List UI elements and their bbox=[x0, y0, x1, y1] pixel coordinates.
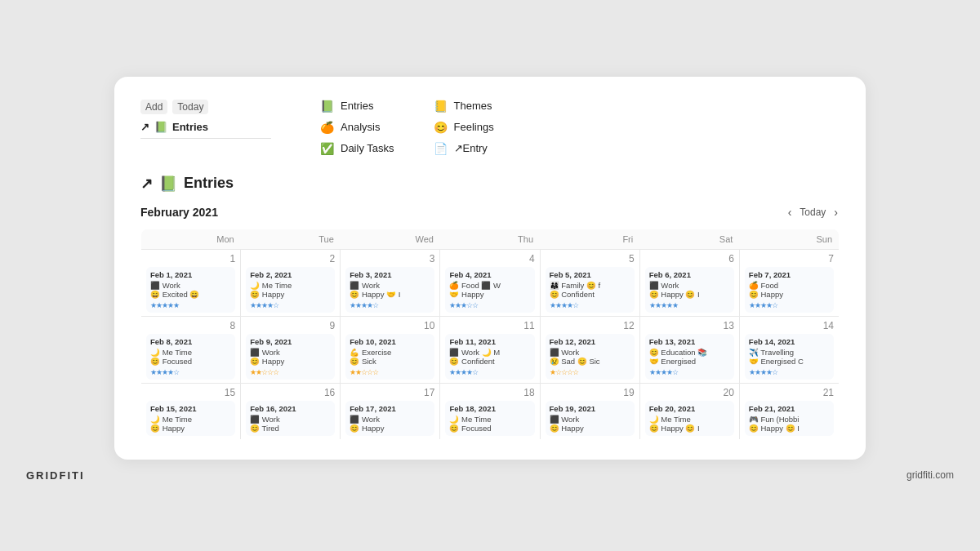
day-number: 21 bbox=[745, 387, 834, 398]
day-card-line: 😊 Education 📚 bbox=[649, 348, 730, 357]
day-card-date: Feb 11, 2021 bbox=[449, 337, 530, 346]
day-card-date: Feb 19, 2021 bbox=[550, 404, 630, 413]
main-card: Add Today ↗ 📗 Entries 📗 Entries 🍊 bbox=[114, 77, 866, 460]
day-number: 7 bbox=[745, 253, 834, 264]
day-card-date: Feb 12, 2021 bbox=[550, 337, 630, 346]
day-card-date: Feb 6, 2021 bbox=[649, 270, 730, 279]
nav-feelings[interactable]: 😊 Feelings bbox=[434, 121, 494, 134]
nav-analysis[interactable]: 🍊 Analysis bbox=[320, 121, 394, 134]
today-button[interactable]: Today bbox=[172, 100, 208, 114]
day-card-line: ✈️ Travelling bbox=[749, 348, 830, 357]
day-number: 14 bbox=[745, 320, 834, 331]
table-row[interactable]: 4Feb 4, 2021🍊 Food ⬛ W🤝 Happy★★★☆☆ bbox=[440, 249, 540, 316]
day-card-date: Feb 10, 2021 bbox=[350, 337, 430, 346]
day-card-line: ⬛ Work 🌙 M bbox=[449, 348, 530, 357]
prev-month-button[interactable]: ‹ bbox=[786, 206, 794, 219]
day-card-line: ⬛ Work bbox=[550, 348, 630, 357]
add-today-bar: Add Today bbox=[140, 100, 271, 114]
day-card-date: Feb 9, 2021 bbox=[250, 337, 331, 346]
day-card-line: 🍊 Food ⬛ W bbox=[449, 281, 530, 290]
add-button[interactable]: Add bbox=[140, 100, 167, 114]
day-card-line: 😊 Tired bbox=[250, 424, 331, 433]
table-row[interactable]: 12Feb 12, 2021⬛ Work😢 Sad 😊 Sic★☆☆☆☆ bbox=[540, 316, 639, 383]
day-card-line: ⬛ Work bbox=[250, 348, 331, 357]
day-card-date: Feb 5, 2021 bbox=[550, 270, 630, 279]
day-card-line: 😊 Happy bbox=[250, 290, 331, 299]
today-nav-label[interactable]: Today bbox=[800, 207, 826, 218]
nav-entry[interactable]: 📄 ↗Entry bbox=[434, 142, 494, 155]
day-card: Feb 13, 2021😊 Education 📚🤝 Energised★★★★… bbox=[645, 334, 734, 380]
calendar-week-1: 1Feb 1, 2021⬛ Work😄 Excited 😄★★★★★2Feb 2… bbox=[141, 249, 840, 316]
day-card: Feb 18, 2021🌙 Me Time😊 Focused bbox=[445, 401, 534, 436]
day-card-line: 🌙 Me Time bbox=[250, 281, 331, 290]
day-card-date: Feb 2, 2021 bbox=[250, 270, 331, 279]
table-row[interactable]: 14Feb 14, 2021✈️ Travelling🤝 Energised C… bbox=[739, 316, 839, 383]
day-card: Feb 14, 2021✈️ Travelling🤝 Energised C★★… bbox=[745, 334, 834, 380]
day-card-line: 😊 Happy bbox=[150, 424, 231, 433]
day-number: 19 bbox=[546, 387, 635, 398]
nav-col-1: 📗 Entries 🍊 Analysis ✅ Daily Tasks bbox=[320, 100, 394, 155]
day-number: 6 bbox=[645, 253, 734, 264]
day-card-line: 🌙 Me Time bbox=[649, 415, 730, 424]
day-card: Feb 4, 2021🍊 Food ⬛ W🤝 Happy★★★☆☆ bbox=[445, 267, 534, 313]
breadcrumb-arrow: ↗ bbox=[140, 121, 149, 133]
day-card-stars: ★★★★☆ bbox=[250, 301, 331, 309]
table-row[interactable]: 21Feb 21, 2021🎮 Fun (Hobbi😊 Happy 😊 I bbox=[739, 383, 839, 439]
table-row[interactable]: 9Feb 9, 2021⬛ Work😊 Happy★★☆☆☆ bbox=[241, 316, 341, 383]
day-card-date: Feb 21, 2021 bbox=[749, 404, 830, 413]
table-row[interactable]: 8Feb 8, 2021🌙 Me Time😊 Focused★★★★☆ bbox=[141, 316, 241, 383]
table-row[interactable]: 16Feb 16, 2021⬛ Work😊 Tired bbox=[241, 383, 341, 439]
day-card-line: 🌙 Me Time bbox=[449, 415, 530, 424]
nav-entries-label: Entries bbox=[341, 100, 373, 112]
table-row[interactable]: 1Feb 1, 2021⬛ Work😄 Excited 😄★★★★★ bbox=[141, 249, 241, 316]
table-row[interactable]: 2Feb 2, 2021🌙 Me Time😊 Happy★★★★☆ bbox=[241, 249, 341, 316]
table-row[interactable]: 15Feb 15, 2021🌙 Me Time😊 Happy bbox=[141, 383, 241, 439]
section-title: Entries bbox=[184, 175, 234, 192]
col-fri: Fri bbox=[540, 229, 639, 249]
nav-entries[interactable]: 📗 Entries bbox=[320, 100, 394, 113]
table-row[interactable]: 5Feb 5, 2021👨‍👩‍👧 Family 😊 f😊 Confident★… bbox=[540, 249, 639, 316]
table-row[interactable]: 3Feb 3, 2021⬛ Work😊 Happy 🤝 I★★★★☆ bbox=[341, 249, 440, 316]
day-number: 1 bbox=[146, 253, 235, 264]
day-card-line: 💪 Exercise bbox=[350, 348, 430, 357]
day-card-date: Feb 7, 2021 bbox=[749, 270, 830, 279]
table-row[interactable]: 10Feb 10, 2021💪 Exercise😊 Sick★★☆☆☆ bbox=[341, 316, 440, 383]
day-card: Feb 20, 2021🌙 Me Time😊 Happy 😊 I bbox=[645, 401, 734, 436]
day-card-stars: ★★★☆☆ bbox=[449, 301, 530, 309]
day-card: Feb 2, 2021🌙 Me Time😊 Happy★★★★☆ bbox=[246, 267, 335, 313]
nav-themes-label: Themes bbox=[454, 100, 492, 112]
day-number: 15 bbox=[146, 387, 235, 398]
day-card-stars: ★★★★☆ bbox=[350, 301, 430, 309]
day-card: Feb 6, 2021⬛ Work😊 Happy 😊 I★★★★★ bbox=[645, 267, 734, 313]
day-card: Feb 17, 2021⬛ Work😊 Happy bbox=[345, 401, 434, 436]
nav-entry-label: ↗Entry bbox=[454, 142, 488, 154]
day-card-line: 👨‍👩‍👧 Family 😊 f bbox=[550, 281, 630, 290]
day-number: 18 bbox=[445, 387, 534, 398]
table-row[interactable]: 19Feb 19, 2021⬛ Work😊 Happy bbox=[540, 383, 639, 439]
day-card-stars: ★★★★☆ bbox=[749, 301, 830, 309]
col-thu: Thu bbox=[440, 229, 540, 249]
day-number: 12 bbox=[546, 320, 635, 331]
next-month-button[interactable]: › bbox=[832, 206, 840, 219]
table-row[interactable]: 17Feb 17, 2021⬛ Work😊 Happy bbox=[341, 383, 440, 439]
day-card-date: Feb 17, 2021 bbox=[350, 404, 430, 413]
table-row[interactable]: 20Feb 20, 2021🌙 Me Time😊 Happy 😊 I bbox=[639, 383, 739, 439]
nav-col-2: 📒 Themes 😊 Feelings 📄 ↗Entry bbox=[434, 100, 494, 155]
table-row[interactable]: 6Feb 6, 2021⬛ Work😊 Happy 😊 I★★★★★ bbox=[639, 249, 739, 316]
table-row[interactable]: 13Feb 13, 2021😊 Education 📚🤝 Energised★★… bbox=[639, 316, 739, 383]
table-row[interactable]: 7Feb 7, 2021🍊 Food😊 Happy★★★★☆ bbox=[739, 249, 839, 316]
section-icon: 📗 bbox=[159, 175, 177, 193]
day-number: 9 bbox=[246, 320, 335, 331]
day-card-line: ⬛ Work bbox=[550, 415, 630, 424]
day-card-stars: ★★☆☆☆ bbox=[350, 368, 430, 376]
nav-daily-tasks[interactable]: ✅ Daily Tasks bbox=[320, 142, 394, 155]
table-row[interactable]: 11Feb 11, 2021⬛ Work 🌙 M😊 Confident★★★★☆ bbox=[440, 316, 540, 383]
day-card-line: ⬛ Work bbox=[350, 281, 430, 290]
table-row[interactable]: 18Feb 18, 2021🌙 Me Time😊 Focused bbox=[440, 383, 540, 439]
col-tue: Tue bbox=[241, 229, 341, 249]
nav-themes[interactable]: 📒 Themes bbox=[434, 100, 494, 113]
day-card-line: 😊 Happy 😊 I bbox=[649, 424, 730, 433]
day-card: Feb 7, 2021🍊 Food😊 Happy★★★★☆ bbox=[745, 267, 834, 313]
day-card-line: 🤝 Energised C bbox=[749, 357, 830, 366]
day-card-date: Feb 14, 2021 bbox=[749, 337, 830, 346]
